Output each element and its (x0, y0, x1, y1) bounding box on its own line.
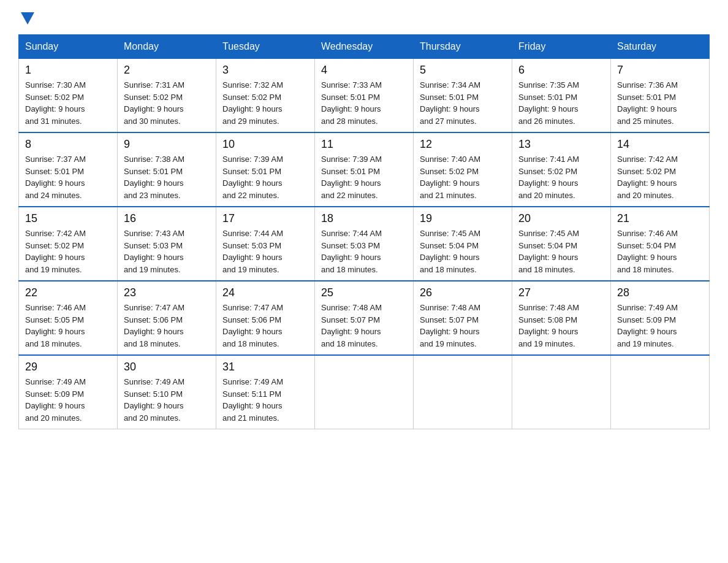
day-info: Sunrise: 7:33 AMSunset: 5:01 PMDaylight:… (321, 79, 407, 127)
calendar-cell (315, 355, 414, 429)
day-info: Sunrise: 7:44 AMSunset: 5:03 PMDaylight:… (222, 228, 308, 275)
day-info: Sunrise: 7:42 AMSunset: 5:02 PMDaylight:… (25, 228, 111, 275)
day-info: Sunrise: 7:48 AMSunset: 5:08 PMDaylight:… (518, 302, 604, 350)
day-number: 10 (222, 138, 308, 151)
calendar-cell: 5Sunrise: 7:34 AMSunset: 5:01 PMDaylight… (414, 59, 512, 133)
calendar-cell: 31Sunrise: 7:49 AMSunset: 5:11 PMDayligh… (216, 355, 315, 429)
calendar-cell: 15Sunrise: 7:42 AMSunset: 5:02 PMDayligh… (19, 207, 118, 281)
day-number: 22 (25, 286, 111, 299)
calendar-cell (512, 355, 611, 429)
day-number: 31 (222, 361, 308, 373)
day-number: 15 (25, 212, 111, 225)
calendar-cell (414, 355, 512, 429)
day-number: 17 (222, 212, 308, 225)
day-info: Sunrise: 7:35 AMSunset: 5:01 PMDaylight:… (518, 79, 604, 127)
calendar-cell: 19Sunrise: 7:45 AMSunset: 5:04 PMDayligh… (414, 207, 512, 281)
calendar-cell: 8Sunrise: 7:37 AMSunset: 5:01 PMDaylight… (19, 132, 118, 207)
day-number: 25 (321, 286, 407, 299)
day-info: Sunrise: 7:48 AMSunset: 5:07 PMDaylight:… (420, 302, 506, 350)
day-info: Sunrise: 7:32 AMSunset: 5:02 PMDaylight:… (222, 79, 308, 127)
day-number: 12 (420, 138, 506, 151)
day-info: Sunrise: 7:41 AMSunset: 5:02 PMDaylight:… (518, 153, 604, 201)
day-info: Sunrise: 7:46 AMSunset: 5:04 PMDaylight:… (617, 228, 703, 275)
day-number: 8 (25, 138, 111, 151)
calendar-week-row: 15Sunrise: 7:42 AMSunset: 5:02 PMDayligh… (19, 207, 710, 281)
day-number: 28 (617, 286, 703, 299)
page-header (18, 12, 710, 22)
day-number: 29 (25, 361, 111, 373)
day-number: 1 (25, 64, 111, 77)
day-number: 30 (124, 361, 210, 373)
svg-marker-0 (21, 12, 34, 25)
calendar-cell: 11Sunrise: 7:39 AMSunset: 5:01 PMDayligh… (315, 132, 414, 207)
day-number: 21 (617, 212, 703, 225)
day-info: Sunrise: 7:49 AMSunset: 5:09 PMDaylight:… (617, 302, 703, 350)
day-number: 14 (617, 138, 703, 151)
calendar-cell: 1Sunrise: 7:30 AMSunset: 5:02 PMDaylight… (19, 59, 118, 133)
column-header-saturday: Saturday (611, 35, 710, 59)
day-info: Sunrise: 7:49 AMSunset: 5:09 PMDaylight:… (25, 376, 111, 424)
calendar-cell: 20Sunrise: 7:45 AMSunset: 5:04 PMDayligh… (512, 207, 611, 281)
day-info: Sunrise: 7:48 AMSunset: 5:07 PMDaylight:… (321, 302, 407, 350)
calendar-cell: 25Sunrise: 7:48 AMSunset: 5:07 PMDayligh… (315, 281, 414, 355)
calendar-cell: 28Sunrise: 7:49 AMSunset: 5:09 PMDayligh… (611, 281, 710, 355)
calendar-cell: 2Sunrise: 7:31 AMSunset: 5:02 PMDaylight… (118, 59, 216, 133)
day-info: Sunrise: 7:46 AMSunset: 5:05 PMDaylight:… (25, 302, 111, 350)
logo-arrow-icon (21, 12, 34, 25)
calendar-cell: 21Sunrise: 7:46 AMSunset: 5:04 PMDayligh… (611, 207, 710, 281)
day-info: Sunrise: 7:45 AMSunset: 5:04 PMDaylight:… (518, 228, 604, 275)
day-info: Sunrise: 7:39 AMSunset: 5:01 PMDaylight:… (321, 153, 407, 201)
day-info: Sunrise: 7:49 AMSunset: 5:10 PMDaylight:… (124, 376, 210, 424)
column-header-thursday: Thursday (414, 35, 512, 59)
calendar-cell: 29Sunrise: 7:49 AMSunset: 5:09 PMDayligh… (19, 355, 118, 429)
day-number: 5 (420, 64, 506, 77)
calendar-cell: 30Sunrise: 7:49 AMSunset: 5:10 PMDayligh… (118, 355, 216, 429)
day-number: 26 (420, 286, 506, 299)
column-header-tuesday: Tuesday (216, 35, 315, 59)
calendar-week-row: 8Sunrise: 7:37 AMSunset: 5:01 PMDaylight… (19, 132, 710, 207)
calendar-cell: 22Sunrise: 7:46 AMSunset: 5:05 PMDayligh… (19, 281, 118, 355)
day-number: 23 (124, 286, 210, 299)
calendar-cell: 27Sunrise: 7:48 AMSunset: 5:08 PMDayligh… (512, 281, 611, 355)
calendar-week-row: 1Sunrise: 7:30 AMSunset: 5:02 PMDaylight… (19, 59, 710, 133)
column-header-wednesday: Wednesday (315, 35, 414, 59)
calendar-cell: 18Sunrise: 7:44 AMSunset: 5:03 PMDayligh… (315, 207, 414, 281)
day-info: Sunrise: 7:37 AMSunset: 5:01 PMDaylight:… (25, 153, 111, 201)
calendar-table: SundayMondayTuesdayWednesdayThursdayFrid… (18, 34, 710, 429)
day-info: Sunrise: 7:47 AMSunset: 5:06 PMDaylight:… (222, 302, 308, 350)
day-info: Sunrise: 7:39 AMSunset: 5:01 PMDaylight:… (222, 153, 308, 201)
day-info: Sunrise: 7:36 AMSunset: 5:01 PMDaylight:… (617, 79, 703, 127)
calendar-header-row: SundayMondayTuesdayWednesdayThursdayFrid… (19, 35, 710, 59)
day-number: 11 (321, 138, 407, 151)
day-number: 3 (222, 64, 308, 77)
day-number: 4 (321, 64, 407, 77)
day-number: 24 (222, 286, 308, 299)
day-info: Sunrise: 7:31 AMSunset: 5:02 PMDaylight:… (124, 79, 210, 127)
calendar-cell: 23Sunrise: 7:47 AMSunset: 5:06 PMDayligh… (118, 281, 216, 355)
logo (18, 12, 34, 22)
day-number: 2 (124, 64, 210, 77)
calendar-week-row: 22Sunrise: 7:46 AMSunset: 5:05 PMDayligh… (19, 281, 710, 355)
day-info: Sunrise: 7:42 AMSunset: 5:02 PMDaylight:… (617, 153, 703, 201)
day-info: Sunrise: 7:47 AMSunset: 5:06 PMDaylight:… (124, 302, 210, 350)
calendar-cell: 10Sunrise: 7:39 AMSunset: 5:01 PMDayligh… (216, 132, 315, 207)
calendar-cell: 12Sunrise: 7:40 AMSunset: 5:02 PMDayligh… (414, 132, 512, 207)
day-number: 13 (518, 138, 604, 151)
day-number: 19 (420, 212, 506, 225)
day-info: Sunrise: 7:38 AMSunset: 5:01 PMDaylight:… (124, 153, 210, 201)
day-number: 27 (518, 286, 604, 299)
column-header-friday: Friday (512, 35, 611, 59)
calendar-cell: 24Sunrise: 7:47 AMSunset: 5:06 PMDayligh… (216, 281, 315, 355)
calendar-cell: 7Sunrise: 7:36 AMSunset: 5:01 PMDaylight… (611, 59, 710, 133)
day-number: 16 (124, 212, 210, 225)
day-info: Sunrise: 7:49 AMSunset: 5:11 PMDaylight:… (222, 376, 308, 424)
column-header-monday: Monday (118, 35, 216, 59)
calendar-cell: 17Sunrise: 7:44 AMSunset: 5:03 PMDayligh… (216, 207, 315, 281)
calendar-cell: 13Sunrise: 7:41 AMSunset: 5:02 PMDayligh… (512, 132, 611, 207)
calendar-cell: 26Sunrise: 7:48 AMSunset: 5:07 PMDayligh… (414, 281, 512, 355)
day-number: 6 (518, 64, 604, 77)
calendar-cell: 6Sunrise: 7:35 AMSunset: 5:01 PMDaylight… (512, 59, 611, 133)
day-info: Sunrise: 7:43 AMSunset: 5:03 PMDaylight:… (124, 228, 210, 275)
day-number: 18 (321, 212, 407, 225)
calendar-cell: 14Sunrise: 7:42 AMSunset: 5:02 PMDayligh… (611, 132, 710, 207)
